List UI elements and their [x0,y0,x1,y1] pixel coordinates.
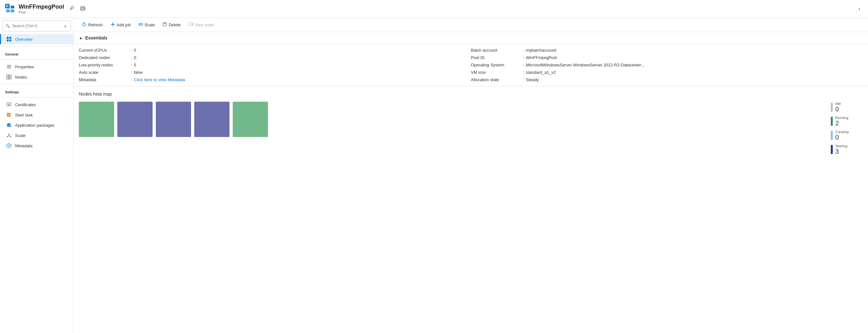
sidebar-item-start-task[interactable]: Start task [0,110,73,120]
essentials-header[interactable]: ▲ Essentials [74,32,868,44]
sidebar-item-metadata[interactable]: M Metadata [0,140,73,151]
page-title: WinFFmpegPool [19,3,64,10]
autoscale-label: Auto scale [79,70,130,75]
allocation-value: Steady [526,77,539,82]
vcpus-value: 5 [134,48,136,53]
vmsize-label: VM size [471,70,522,75]
allocation-label: Allocation state [471,77,522,82]
batchaccount-value: mybatchaccount [526,48,556,53]
svg-point-35 [8,134,10,135]
view-node-icon [188,22,193,28]
sidebar-divider-4 [0,97,73,98]
sidebar-item-start-task-label: Start task [15,113,33,117]
node-box-2[interactable] [117,102,153,137]
collapse-button[interactable]: « [63,22,68,30]
dedicated-value: 0 [134,55,136,60]
nodes-icon [6,74,12,80]
essentials-row-vmsize: VM size : standard_a1_v2 [471,70,863,75]
close-button[interactable]: › [856,4,863,13]
sidebar-item-certificates[interactable]: Certificates [0,100,73,110]
toolbar: Refresh Add job [74,18,868,32]
svg-rect-13 [9,37,11,39]
sidebar: 🔍 « Overview General [0,18,74,333]
essentials-title: Essentials [85,35,107,40]
sidebar-divider-1 [0,46,73,47]
sidebar-item-metadata-label: Metadata [15,143,32,148]
top-header: B WinFFmpegPool Pool › [0,0,868,18]
essentials-row-dedicated: Dedicated nodes : 0 [79,55,471,60]
print-button[interactable] [79,4,87,13]
svg-text:M: M [8,144,10,147]
essentials-row-poolid: Pool ID : WinFFmpegPool [471,55,863,60]
sidebar-item-scale[interactable]: Scale [0,130,73,140]
svg-rect-12 [7,37,9,39]
sidebar-item-properties[interactable]: Properties [0,62,73,72]
creating-label: Creating [835,130,849,134]
svg-rect-14 [7,39,9,41]
legend-starting: Starting 3 [831,144,863,155]
view-node-button[interactable]: View node [185,21,217,29]
refresh-button[interactable]: Refresh [79,21,106,29]
starting-count: 3 [835,148,847,155]
sidebar-item-nodes[interactable]: Nodes [0,72,73,82]
legend-creating: Creating 0 [831,130,863,141]
pin-button[interactable] [68,4,75,13]
svg-point-24 [8,104,10,105]
essentials-chevron: ▲ [79,36,83,40]
heatmap-legend: Idle 0 Running 2 Creat [831,102,863,155]
lowpriority-value: 5 [134,62,136,67]
sidebar-item-application-packages[interactable]: Application packages [0,120,73,130]
add-job-button[interactable]: Add job [107,21,134,29]
header-actions [68,4,87,13]
idle-count: 0 [835,106,841,113]
sidebar-item-scale-label: Scale [15,133,26,138]
add-job-icon [111,22,115,28]
poolid-value: WinFFmpegPool [526,55,557,60]
essentials-row-allocation: Allocation state : Steady [471,77,863,82]
creating-bar [831,131,833,140]
essentials-right-col: Batch account : mybatchaccount Pool ID :… [471,48,863,82]
sidebar-item-overview[interactable]: Overview [0,34,73,44]
refresh-label: Refresh [88,23,103,27]
metadata-label: Metadata [79,77,130,82]
essentials-row-vcpus: Current vCPUs : 5 [79,48,471,53]
legend-running: Running 2 [831,116,863,127]
idle-label: Idle [835,102,841,106]
node-box-4[interactable] [194,102,229,137]
certificates-icon [6,102,12,108]
scale-button[interactable]: Scale [135,21,158,29]
essentials-row-autoscale: Auto scale : false [79,70,471,75]
node-box-3[interactable] [156,102,191,137]
metadata-link[interactable]: Click here to view Metadata [134,77,185,82]
svg-rect-4 [11,10,14,12]
svg-rect-15 [9,39,11,41]
sidebar-divider-2 [0,59,73,60]
os-value: MicrosoftWindowsServer WindowsServer 201… [526,62,645,67]
node-box-1[interactable] [79,102,114,137]
idle-bar [831,103,833,112]
heatmap-area: Idle 0 Running 2 Creat [79,102,863,155]
heatmap-nodes [79,102,268,137]
properties-icon [6,64,12,70]
svg-point-11 [84,8,84,8]
svg-rect-53 [189,23,192,25]
sidebar-item-properties-label: Properties [15,64,34,69]
node-box-5[interactable] [233,102,268,137]
sidebar-item-overview-label: Overview [15,37,32,42]
add-job-label: Add job [117,23,131,27]
starting-bar [831,145,833,154]
main-layout: 🔍 « Overview General [0,18,868,333]
general-section-label: General [0,49,73,57]
svg-rect-19 [7,75,9,77]
search-input[interactable] [12,24,62,28]
scale-label: Scale [145,23,155,27]
pool-icon: B [5,4,16,14]
delete-button[interactable]: Delete [159,21,184,29]
running-count: 2 [835,120,848,127]
refresh-icon [82,22,87,28]
running-label: Running [835,116,848,120]
heatmap-section: Nodes heat map Idle 0 [74,86,868,333]
dedicated-label: Dedicated nodes [79,55,130,60]
search-bar: 🔍 « [3,21,71,31]
essentials-left-col: Current vCPUs : 5 Dedicated nodes : 0 Lo… [79,48,471,82]
